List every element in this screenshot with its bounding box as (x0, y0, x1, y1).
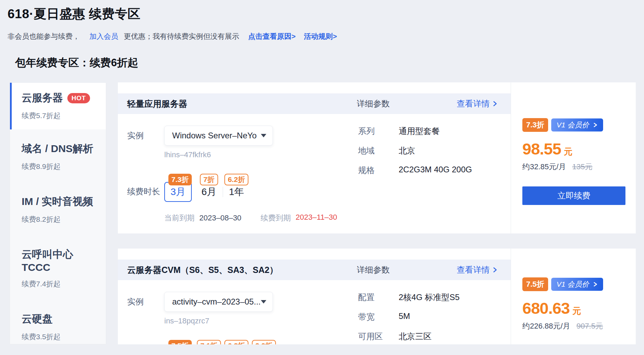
sidebar-item-title: 云呼叫中心TCCC (22, 248, 100, 273)
current-expiry-label: 当前到期 (164, 213, 195, 223)
sidebar-item-subtitle: 续费5.7折起 (22, 111, 100, 121)
page-title: 618·夏日盛惠 续费专区 (8, 5, 636, 23)
instance-label: 实例 (127, 130, 164, 141)
sidebar-item-title: IM / 实时音视频 (22, 195, 93, 209)
current-expiry-date: 2023–08–30 (199, 214, 241, 222)
sidebar-item-subtitle: 续费8.2折起 (22, 215, 100, 224)
sidebar-item-subtitle: 续费7.4折起 (22, 279, 100, 289)
duration-option-3month[interactable]: 7.3折 3月 (164, 174, 192, 202)
monthly-price: 约32.85元/月 (522, 162, 566, 172)
subtitle-text-1: 非会员也能参与续费， (8, 32, 80, 41)
renew-now-button[interactable]: 立即续费 (522, 186, 625, 205)
dropdown-caret-icon (261, 300, 266, 304)
member-price-badge[interactable]: V1 会员价 (551, 278, 603, 291)
view-detail-link[interactable]: 查看详情 (457, 264, 498, 275)
spec-row: 配置 2核4G 标准型S5 (358, 292, 511, 303)
discount-badge: 6.2折 (224, 174, 248, 185)
instance-select-value: activity–cvm–2023–05... (172, 297, 260, 307)
sidebar-item-subtitle: 续费8.9折起 (22, 162, 100, 171)
duration-label: 续费时长 (127, 340, 164, 344)
instance-id: ins–18pqzrc7 (164, 317, 358, 325)
duration-selector: 7.3折 3月 7折 6月 6.2折 1年 (164, 174, 250, 202)
duration-option-1year[interactable]: 6.2折 1年 (223, 340, 250, 344)
chevron-right-icon (593, 122, 598, 128)
view-reason-link[interactable]: 点击查看原因> (248, 32, 296, 41)
original-price: 907.5元 (576, 321, 603, 331)
duration-label: 续费时长 (127, 174, 164, 202)
section-title: 包年续费专区：续费6折起 (15, 56, 636, 70)
duration-option-6month[interactable]: 7.1折 6月 (195, 340, 223, 344)
instance-id: lhins–47fkfrk6 (164, 150, 358, 159)
card-header: 云服务器CVM（S6、S5、SA3、SA2） 详细参数 查看详情 (118, 260, 511, 280)
expiry-dates-row: 当前到期 2023–08–30 续费到期 2023–11–30 (164, 213, 358, 223)
card-title: 云服务器CVM（S6、S5、SA3、SA2） (127, 264, 278, 276)
duration-option-3year[interactable]: 3.9折 3年 (250, 340, 278, 344)
monthly-price: 约226.88元/月 (522, 321, 570, 331)
spec-list: 系列 通用型套餐 地域 北京 规格 2C2G3M 40G 200G (358, 126, 511, 223)
instance-select[interactable]: activity–cvm–2023–05... (164, 292, 273, 312)
product-card-lighthouse: 轻量应用服务器 详细参数 查看详情 实例 (118, 82, 636, 233)
renewal-promo-page: 618·夏日盛惠 续费专区 非会员也能参与续费， 加入会员 更优惠；我有待续费实… (0, 0, 644, 355)
sidebar-item-tccc[interactable]: 云呼叫中心TCCC 续费7.4折起 (10, 235, 106, 300)
params-label: 详细参数 (357, 98, 390, 109)
sidebar-item-domain-dns[interactable]: 域名 / DNS解析 续费8.9折起 (10, 129, 106, 182)
price-unit: 元 (564, 146, 573, 157)
original-price: 135元 (572, 162, 592, 172)
discount-badge: 6.2折 (224, 340, 248, 344)
product-card-list: 轻量应用服务器 详细参数 查看详情 实例 (118, 82, 636, 344)
renew-expiry-date: 2023–11–30 (296, 213, 337, 223)
spec-row: 可用区 北京三区 (358, 331, 511, 342)
subtitle-text-2: 更优惠；我有待续费实例但没有展示 (124, 32, 239, 41)
card-title: 轻量应用服务器 (127, 98, 187, 110)
duration-option-6month[interactable]: 7折 6月 (195, 174, 223, 202)
price-amount: 98.55 (522, 139, 561, 158)
discount-badge: 3.9折 (252, 340, 276, 344)
spec-row: 系列 通用型套餐 (358, 126, 511, 137)
hot-badge: HOT (67, 93, 90, 103)
activity-rules-link[interactable]: 活动规则> (304, 32, 337, 41)
instance-select-value: Windows Server–NeYo (172, 131, 257, 140)
spec-row: 带宽 5M (358, 311, 511, 322)
chevron-right-icon (492, 101, 498, 107)
discount-badge: 7.3折 (168, 174, 192, 185)
duration-option-1year[interactable]: 6.2折 1年 (223, 174, 250, 202)
price-panel: 7.3折 V1 会员价 98.55 元 约32.85元/月 135元 (511, 82, 636, 233)
price-amount: 680.63 (522, 299, 570, 318)
duration-option-3month[interactable]: 7.5折 3月 (164, 340, 192, 344)
params-label: 详细参数 (357, 264, 390, 275)
category-sidebar: 云服务器 HOT 续费5.7折起 域名 / DNS解析 续费8.9折起 IM /… (10, 82, 106, 344)
sidebar-item-cloud-server[interactable]: 云服务器 HOT 续费5.7折起 (10, 83, 106, 129)
chevron-right-icon (492, 267, 498, 273)
discount-badge: 7.5折 (168, 340, 192, 344)
price-discount-badge: 7.3折 (522, 118, 548, 132)
price-panel: 7.5折 V1 会员价 680.63 元 约226.88元/月 907.5元 (511, 249, 636, 344)
duration-selector: 7.5折 3月 7.1折 6月 6.2折 1年 (164, 340, 278, 344)
sidebar-item-subtitle: 续费3.5折起 (22, 332, 100, 342)
sidebar-item-title: 云硬盘 (22, 312, 53, 326)
content-area: 云服务器 HOT 续费5.7折起 域名 / DNS解析 续费8.9折起 IM /… (0, 82, 644, 344)
product-card-cvm: 云服务器CVM（S6、S5、SA3、SA2） 详细参数 查看详情 (118, 249, 636, 344)
spec-list: 配置 2核4G 标准型S5 带宽 5M 可用区 北京三区 (358, 292, 511, 344)
price-discount-badge: 7.5折 (522, 277, 548, 291)
renew-expiry-label: 续费到期 (260, 213, 291, 223)
discount-badge: 7.1折 (197, 340, 221, 344)
view-detail-link[interactable]: 查看详情 (457, 98, 498, 109)
sidebar-item-im-trtc[interactable]: IM / 实时音视频 续费8.2折起 (10, 182, 106, 235)
sidebar-item-cloud-disk[interactable]: 云硬盘 续费3.5折起 (10, 300, 106, 344)
price-unit: 元 (573, 305, 581, 317)
page-subtitle: 非会员也能参与续费， 加入会员 更优惠；我有待续费实例但没有展示 点击查看原因>… (8, 32, 636, 41)
discount-badge: 7折 (200, 174, 218, 185)
spec-row: 规格 2C2G3M 40G 200G (358, 165, 511, 176)
page-header: 618·夏日盛惠 续费专区 非会员也能参与续费， 加入会员 更优惠；我有待续费实… (0, 0, 644, 70)
chevron-right-icon (593, 282, 598, 287)
instance-label: 实例 (127, 296, 164, 307)
join-member-link[interactable]: 加入会员 (89, 32, 118, 41)
dropdown-caret-icon (261, 134, 266, 137)
instance-select[interactable]: Windows Server–NeYo (164, 126, 273, 146)
sidebar-item-title: 云服务器 (22, 91, 63, 105)
spec-row: 地域 北京 (358, 145, 511, 156)
card-header: 轻量应用服务器 详细参数 查看详情 (118, 93, 511, 114)
sidebar-item-title: 域名 / DNS解析 (22, 142, 93, 156)
member-price-badge[interactable]: V1 会员价 (551, 118, 603, 131)
